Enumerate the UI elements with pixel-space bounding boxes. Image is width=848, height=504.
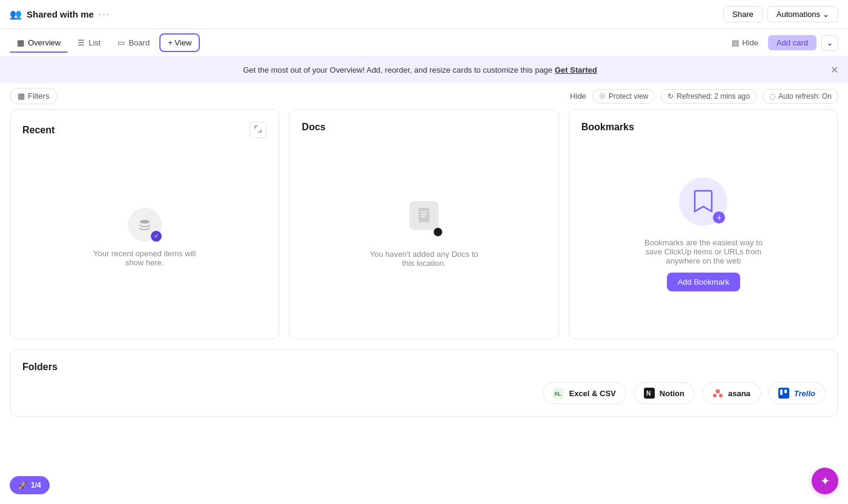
bookmarks-description: Bookmarks are the easiest way to save Cl… [643,238,764,265]
docs-card: Docs You haven't added any Docs to this … [289,109,558,339]
bookmarks-plus-icon: + [713,211,725,224]
svg-rect-14 [784,390,787,393]
docs-card-body: You haven't added any Docs to this locat… [302,142,546,327]
automations-label: Automations [777,10,820,19]
recent-card-title: Recent [22,125,55,136]
folders-title: Folders [22,362,826,373]
expand-icon [254,125,262,133]
refreshed-pill[interactable]: ↻ Refreshed: 2 mins ago [661,89,757,104]
more-options-button[interactable]: ··· [99,9,110,20]
recent-expand-button[interactable] [250,122,267,138]
protect-view-pill[interactable]: ☉ Protect view [592,89,655,104]
asana-icon [712,388,723,399]
automations-button[interactable]: Automations ⌄ [767,6,838,22]
bookmarks-card-header: Bookmarks [581,122,826,133]
svg-text:XL: XL [554,391,561,397]
svg-point-10 [713,394,717,397]
tabs-left: ▦ Overview ☰ List ▭ Board + View [10,33,200,52]
add-card-button[interactable]: Add card [768,35,817,50]
excel-label: Excel & CSV [569,389,615,398]
bookmarks-icon-wrap: + [679,177,727,226]
share-button[interactable]: Share [723,6,763,22]
excel-csv-pill[interactable]: XL Excel & CSV [543,382,626,404]
layers-icon [137,217,153,233]
hide-icon: ▤ [732,38,739,47]
asana-label: asana [728,389,750,398]
docs-icon-wrap [409,201,439,230]
header-left: 👥 Shared with me ··· [10,8,110,20]
recent-card: Recent ✓ Your recent opened items wi [10,109,279,339]
bookmarks-card-body: + Bookmarks are the easiest way to save … [581,142,826,327]
excel-icon: XL [553,388,564,399]
trello-icon [778,388,789,399]
bookmarks-card-title: Bookmarks [581,122,634,133]
filter-bar: ▦ Filters Hide ☉ Protect view ↻ Refreshe… [0,83,848,109]
banner-close-button[interactable]: ✕ [830,64,838,76]
add-card-chevron[interactable]: ⌄ [821,35,838,51]
trello-pill[interactable]: Trello [768,382,826,404]
page-title: Shared with me [27,9,94,19]
overview-icon: ▦ [17,38,24,47]
svg-point-0 [140,220,150,224]
tab-bar: ▦ Overview ☰ List ▭ Board + View ▤ Hide … [0,29,848,57]
docs-card-title: Docs [302,122,325,133]
recent-card-body: ✓ Your recent opened items will show her… [22,148,267,327]
recent-icon-wrap: ✓ [128,208,162,242]
top-header: 👥 Shared with me ··· Share Automations ⌄ [0,0,848,29]
auto-refresh-pill[interactable]: ◌ Auto refresh: On [763,89,838,104]
refresh-icon: ↻ [667,92,674,101]
notion-label: Notion [660,389,684,398]
recent-empty-text: Your recent opened items will show here. [84,249,205,267]
docs-dot [434,228,442,236]
bookmark-icon [692,188,714,215]
tab-overview[interactable]: ▦ Overview [10,33,68,52]
document-icon [417,207,431,224]
get-started-link[interactable]: Get Started [555,65,597,75]
list-icon: ☰ [78,38,85,47]
filter-icon: ▦ [18,91,25,101]
chevron-down-icon: ⌄ [823,10,829,19]
cards-grid: Recent ✓ Your recent opened items wi [10,109,838,339]
hide-button[interactable]: ▤ Hide [727,35,763,50]
docs-card-header: Docs [302,122,546,133]
asana-pill[interactable]: asana [702,382,761,404]
svg-text:N: N [646,390,651,397]
tab-add-view[interactable]: + View [159,33,200,52]
bookmarks-card: Bookmarks + Bookmarks are the easiest wa… [569,109,838,339]
svg-point-9 [715,390,720,394]
svg-rect-13 [780,390,783,395]
tab-list[interactable]: ☰ List [70,33,108,52]
tab-board[interactable]: ▭ Board [110,33,157,52]
clock-icon: ◌ [769,92,775,101]
tabs-right: ▤ Hide Add card ⌄ [727,35,838,51]
docs-icon-container [409,201,439,233]
import-logos-row: XL Excel & CSV N Notion asana [22,382,826,404]
filter-bar-right: Hide ☉ Protect view ↻ Refreshed: 2 mins … [570,89,838,104]
folders-section: Folders XL Excel & CSV N Notion [10,349,838,417]
svg-rect-1 [419,208,429,222]
check-badge: ✓ [151,231,162,242]
header-right: Share Automations ⌄ [723,6,838,22]
trello-label: Trello [794,389,815,398]
share-people-icon: 👥 [10,8,22,20]
svg-point-11 [719,394,723,397]
info-banner: Get the most out of your Overview! Add, … [0,57,848,83]
main-content: Recent ✓ Your recent opened items wi [0,109,848,426]
notion-icon: N [644,388,655,399]
add-bookmark-button[interactable]: Add Bookmark [667,273,740,291]
notion-pill[interactable]: N Notion [634,382,695,404]
banner-text: Get the most out of your Overview! Add, … [10,65,830,75]
recent-card-header: Recent [22,122,267,138]
board-icon: ▭ [118,38,125,47]
docs-empty-text: You haven't added any Docs to this locat… [363,250,485,268]
shield-icon: ☉ [599,92,606,101]
hide-label[interactable]: Hide [570,91,586,101]
filters-button[interactable]: ▦ Filters [10,88,57,104]
svg-rect-12 [778,388,789,399]
